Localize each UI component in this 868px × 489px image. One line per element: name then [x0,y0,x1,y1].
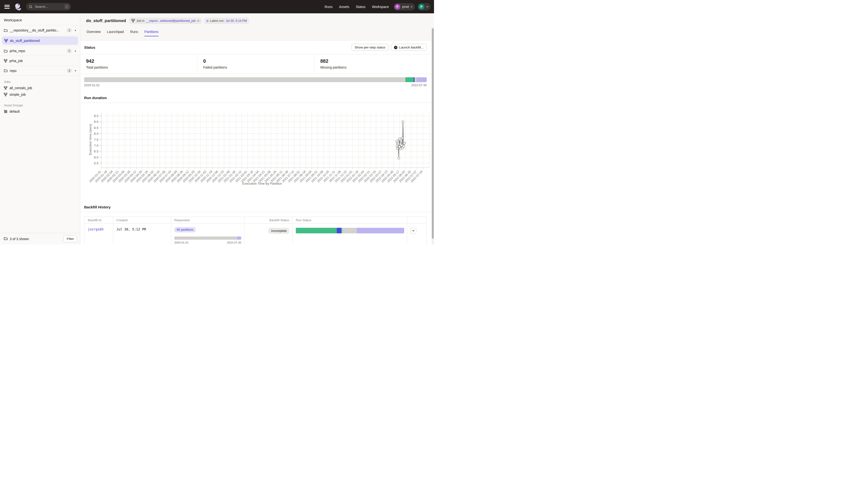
data-point[interactable] [398,157,400,159]
repo-count-label: 3 of 3 shown [10,237,61,241]
svg-text:7.0: 7.0 [94,144,98,147]
chevron-down-icon [412,230,414,232]
stat-value: 0 [203,58,308,64]
backfill-history-heading: Backfill History [84,205,111,209]
folder-icon [4,69,7,72]
folder-icon [4,237,7,241]
bar-segment-lavender [237,236,241,240]
deployment-switcher[interactable]: P prod [394,3,415,10]
show-per-step-status-button[interactable]: Show per-step status [351,44,389,51]
search-icon [28,5,33,8]
launch-backfill-button[interactable]: + Launch backfill... [391,44,427,51]
data-point[interactable] [403,142,406,144]
plus-icon: + [394,46,397,49]
search-input[interactable]: Search... / [26,3,71,10]
job-origin-link[interactable]: __reposi...artitioned@partitioned_job [146,19,196,23]
svg-text:8.5: 8.5 [94,126,98,130]
svg-text:8.0: 8.0 [94,132,98,135]
stat-label: Missing partitions [320,65,426,69]
reload-icon[interactable]: ⟳ [197,19,199,23]
jobs-heading: Jobs [4,80,76,84]
nav-link-workspace[interactable]: Workspace [372,5,389,9]
bar-segment-green [405,77,413,82]
sidebar-job-all_cereals_job[interactable]: all_cereals_job [4,86,76,90]
data-point[interactable] [396,148,399,150]
dagster-logo-icon[interactable] [14,3,22,11]
partition-bar-start: 2020-01-01 [84,84,100,87]
deployment-avatar: P [395,4,400,10]
data-point[interactable] [401,144,403,146]
stat-missing-partitions: 882 Missing partitions [314,54,432,74]
data-point[interactable] [396,140,398,142]
bar-segment-lavender [356,228,377,233]
data-point[interactable] [397,143,399,145]
search-shortcut-key: / [64,4,69,9]
backfill-status-badge: Incomplete [269,228,289,234]
column-header-run-status: Run Status [293,217,407,224]
job-icon [131,19,135,22]
jobs-section: Jobs all_cereals_jobsimple_job [0,75,80,96]
asset-groups-section: Asset Groups default [0,99,80,113]
stat-label: Failed partitions [203,65,308,69]
latest-run-link[interactable]: Jul 30, 5:14 PM [226,19,247,23]
bar-segment-indigo [337,228,341,233]
nav-link-status[interactable]: Status [356,5,365,9]
partitions-panel: Status Show per-step status + Launch bac… [80,40,432,244]
sidebar-item-do_stuff_partitioned[interactable]: do_stuff_partitioned [2,36,78,45]
scrollbar-thumb[interactable] [432,28,434,239]
run-status-bar[interactable] [296,228,404,233]
sidebar-item-prha_job[interactable]: prha_job [0,56,80,66]
folder-icon [4,237,7,240]
tab-partitions[interactable]: Partitions [144,30,158,36]
run-duration-heading: Run duration [84,96,107,100]
sidebar-item-__repository__do_stuff_partitio[interactable]: __repository__do_stuff_partitio... 1 ▾ [0,25,80,35]
job-icon [131,19,135,23]
partition-bar-end: 2022-07-30 [411,84,427,87]
tab-bar: OverviewLaunchpadRunsPartitions [86,30,429,36]
data-point[interactable] [402,145,405,147]
svg-text:7.5: 7.5 [94,138,98,141]
partition-bar[interactable] [84,77,427,82]
requested-partitions-tag[interactable]: 60 partitions [174,227,196,232]
column-header-actions [407,217,427,224]
bar-segment-lavender [377,228,404,233]
range-start: 2020-01-01 [174,241,189,244]
scrollbar-track[interactable] [432,27,434,244]
y-axis-label: Execution time (secs) [89,124,92,155]
backfill-id-link[interactable]: jozrgsbh [88,227,103,231]
column-header-backfill-status: Backfill Status [244,217,293,224]
svg-text:9.5: 9.5 [94,114,98,118]
partition-status-bar: 2020-01-01 2022-07-30 [80,74,432,87]
repo-count-badge: 1 [67,28,72,32]
sidebar-group-default[interactable]: default [4,109,76,113]
execution-time-chart: 2020-01-012020-01-182020-02-042020-02-21… [80,103,432,188]
bar-segment-gray [342,228,356,233]
svg-text:6.5: 6.5 [94,150,98,153]
job-icon [4,59,7,63]
caret-down-icon[interactable]: ▾ [74,69,77,72]
expand-row-button[interactable] [410,228,416,234]
chevron-down-icon [410,6,413,7]
data-point[interactable] [402,121,404,123]
tab-launchpad[interactable]: Launchpad [107,30,124,36]
tab-runs[interactable]: Runs [130,30,138,36]
user-menu[interactable]: P [418,3,431,10]
menu-hamburger-icon[interactable] [4,5,10,9]
data-point[interactable] [398,145,401,148]
nav-link-assets[interactable]: Assets [339,5,349,9]
user-avatar: P [418,4,424,10]
partition-stats: 942 Total partitions 0 Failed partitions… [80,54,432,74]
sidebar-item-prha_repo[interactable]: prha_repo 1 ▾ [0,46,80,56]
x-axis-label: Execution Time by Partition [242,182,282,185]
caret-down-icon[interactable]: ▾ [74,50,77,52]
caret-down-icon[interactable]: ▾ [74,29,77,32]
sidebar-job-simple_job[interactable]: simple_job [4,93,76,96]
folder-icon [4,50,7,53]
stat-label: Total partitions [86,65,191,69]
filter-button[interactable]: Filter [64,235,77,242]
data-point[interactable] [401,137,403,139]
data-point[interactable] [399,138,401,140]
nav-link-runs[interactable]: Runs [324,5,333,9]
tab-overview[interactable]: Overview [87,30,101,36]
sidebar-item-repo[interactable]: repo 3 ▾ [0,66,80,75]
